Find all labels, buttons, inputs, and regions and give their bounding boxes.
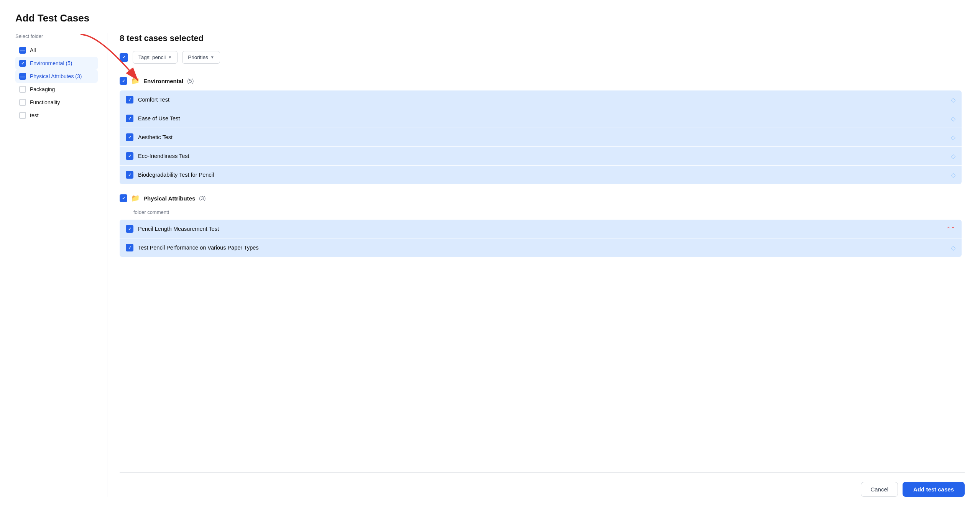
folder-icon-environmental: 📁 xyxy=(131,77,140,85)
section-name-physical: Physical Attributes xyxy=(143,195,195,202)
checkbox-environmental[interactable]: ✓ xyxy=(19,60,26,67)
row-checkbox-pencil-length[interactable]: ✓ xyxy=(126,225,133,233)
sidebar-item-test[interactable]: test xyxy=(15,109,98,122)
table-row[interactable]: ✓ Ease of Use Test ◇ xyxy=(120,109,962,128)
filters-row: ✓ Tags: pencil ▼ Priorities ▼ xyxy=(120,51,962,64)
row-checkbox-ease[interactable]: ✓ xyxy=(126,115,133,122)
checkbox-packaging[interactable] xyxy=(19,86,26,93)
master-checkbox[interactable]: ✓ xyxy=(120,53,128,62)
checkbox-functionality[interactable] xyxy=(19,99,26,106)
diamond-icon: ◇ xyxy=(951,244,955,251)
table-row[interactable]: ✓ Aesthetic Test ◇ xyxy=(120,128,962,146)
row-checkbox-biodegradability[interactable]: ✓ xyxy=(126,171,133,179)
selected-count-header: 8 test cases selected xyxy=(120,33,965,43)
test-case-name-biodegradability: Biodegradability Test for Pencil xyxy=(138,172,946,178)
sidebar-item-label-environmental: Environmental (5) xyxy=(30,60,72,66)
dialog-title: Add Test Cases xyxy=(15,12,965,24)
sidebar-item-all[interactable]: — All xyxy=(15,44,98,57)
sidebar-label: Select folder xyxy=(15,33,98,39)
test-case-name-aesthetic: Aesthetic Test xyxy=(138,134,946,140)
tags-chevron-icon: ▼ xyxy=(168,55,172,59)
section-checkbox-physical[interactable]: ✓ xyxy=(120,194,127,202)
section-environmental: ✓ 📁 Environmental (5) ✓ Comfort xyxy=(120,73,962,184)
table-row[interactable]: ✓ Pencil Length Measurement Test ⌃⌃ xyxy=(120,220,962,238)
table-row[interactable]: ✓ Eco-friendliness Test ◇ xyxy=(120,147,962,165)
checkbox-test[interactable] xyxy=(19,112,26,119)
sidebar-item-functionality[interactable]: Functionality xyxy=(15,96,98,109)
test-case-name-comfort: Comfort Test xyxy=(138,97,946,103)
sidebar-item-environmental[interactable]: ✓ Environmental (5) xyxy=(15,57,98,70)
folder-comment-physical: folder commentt xyxy=(120,208,962,220)
dialog-footer: Cancel Add test cases xyxy=(120,472,965,497)
sidebar-item-label-physical: Physical Attributes (3) xyxy=(30,73,82,79)
row-checkbox-comfort[interactable]: ✓ xyxy=(126,96,133,104)
sidebar-item-label-test: test xyxy=(30,112,39,118)
tags-filter-label: Tags: pencil xyxy=(138,54,166,60)
row-checkbox-eco[interactable]: ✓ xyxy=(126,152,133,160)
table-row[interactable]: ✓ Comfort Test ◇ xyxy=(120,90,962,109)
test-case-name-paper-types: Test Pencil Performance on Various Paper… xyxy=(138,245,946,251)
diamond-icon: ◇ xyxy=(951,171,955,179)
sidebar-item-physical[interactable]: — Physical Attributes (3) xyxy=(15,70,98,83)
diamond-icon: ◇ xyxy=(951,96,955,104)
row-checkbox-aesthetic[interactable]: ✓ xyxy=(126,133,133,141)
checkbox-all[interactable]: — xyxy=(19,47,26,54)
sidebar-item-label-functionality: Functionality xyxy=(30,99,60,105)
priorities-filter-label: Priorities xyxy=(188,54,208,60)
test-case-name-ease: Ease of Use Test xyxy=(138,115,946,122)
test-case-name-eco: Eco-friendliness Test xyxy=(138,153,946,159)
add-test-cases-button[interactable]: Add test cases xyxy=(903,482,965,497)
table-row[interactable]: ✓ Biodegradability Test for Pencil ◇ xyxy=(120,166,962,184)
checkbox-physical[interactable]: — xyxy=(19,73,26,80)
folder-sidebar: Select folder — All ✓ Environmental (5) xyxy=(15,33,107,497)
sidebar-item-label-packaging: Packaging xyxy=(30,86,55,92)
cancel-button[interactable]: Cancel xyxy=(861,482,898,497)
sidebar-item-packaging[interactable]: Packaging xyxy=(15,83,98,96)
section-name-environmental: Environmental xyxy=(143,78,183,84)
diamond-icon: ◇ xyxy=(951,115,955,122)
section-header-environmental: ✓ 📁 Environmental (5) xyxy=(120,73,962,89)
test-case-list-environmental: ✓ Comfort Test ◇ ✓ Ease of Use Test ◇ xyxy=(120,90,962,184)
chevron-up-icon: ⌃⌃ xyxy=(946,226,955,232)
section-count-environmental: (5) xyxy=(187,78,194,84)
content-scroll[interactable]: ✓ Tags: pencil ▼ Priorities ▼ xyxy=(120,51,965,469)
priorities-chevron-icon: ▼ xyxy=(210,55,214,59)
diamond-icon: ◇ xyxy=(951,134,955,141)
section-checkbox-environmental[interactable]: ✓ xyxy=(120,77,127,85)
tags-filter-button[interactable]: Tags: pencil ▼ xyxy=(133,51,178,64)
section-count-physical: (3) xyxy=(199,195,206,201)
section-physical: ✓ 📁 Physical Attributes (3) folder comme… xyxy=(120,190,962,257)
sidebar-item-label-all: All xyxy=(30,47,36,53)
row-checkbox-paper-types[interactable]: ✓ xyxy=(126,244,133,251)
priorities-filter-button[interactable]: Priorities ▼ xyxy=(182,51,220,64)
test-case-name-pencil-length: Pencil Length Measurement Test xyxy=(138,226,942,232)
test-case-list-physical: ✓ Pencil Length Measurement Test ⌃⌃ ✓ Te… xyxy=(120,220,962,257)
diamond-icon: ◇ xyxy=(951,153,955,160)
table-row[interactable]: ✓ Test Pencil Performance on Various Pap… xyxy=(120,238,962,257)
folder-icon-physical: 📁 xyxy=(131,194,140,202)
section-header-physical: ✓ 📁 Physical Attributes (3) xyxy=(120,190,962,206)
main-content: 8 test cases selected ✓ Tags: pencil ▼ P… xyxy=(107,33,965,497)
